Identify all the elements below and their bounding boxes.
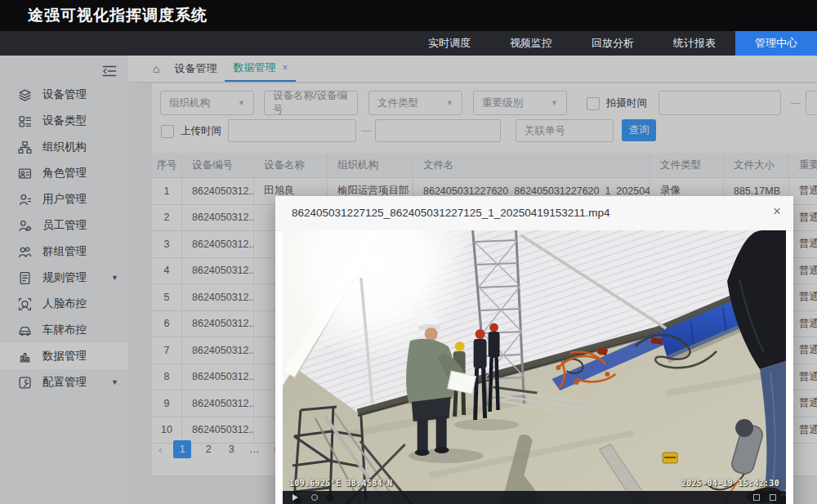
nav-item-link[interactable]: 回放分析 <box>572 31 654 56</box>
fullscreen-icon[interactable] <box>770 494 776 501</box>
gps-overlay-text: 109.6925°E 38.4584°N <box>289 479 392 488</box>
play-icon[interactable] <box>292 494 298 501</box>
close-icon[interactable]: × <box>773 204 781 218</box>
volume-icon[interactable] <box>753 494 760 501</box>
record-icon[interactable] <box>311 494 318 501</box>
nav-item-link[interactable]: 实时调度 <box>408 31 490 56</box>
dialog-title: 862405031227125_862405031227125_1_202504… <box>275 196 793 230</box>
video-player[interactable]: 109.6925°E 38.4584°N 2025-04-19 15:42:30 <box>283 230 786 504</box>
nav-item-link[interactable]: 统计报表 <box>654 31 735 56</box>
nav-item-link[interactable]: 视频监控 <box>490 31 572 56</box>
dialog-header: 862405031227125_862405031227125_1_202504… <box>275 196 793 231</box>
video-preview-dialog: 862405031227125_862405031227125_1_202504… <box>275 196 793 504</box>
timestamp-overlay-text: 2025-04-19 15:42:30 <box>681 479 779 488</box>
title-bar: 途强可视化指挥调度系统 <box>0 0 817 31</box>
app-title: 途强可视化指挥调度系统 <box>0 0 817 31</box>
video-control-bar <box>283 491 786 504</box>
video-frame-construction-site <box>283 230 786 504</box>
nav-item-active[interactable]: 管理中心 <box>735 31 817 56</box>
primary-nav: 实时调度视频监控回放分析统计报表管理中心 <box>0 31 817 56</box>
